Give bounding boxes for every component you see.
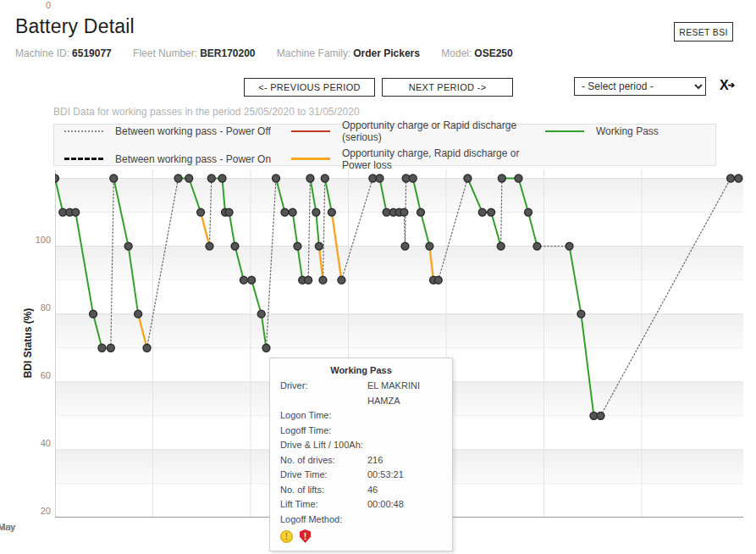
x-tick-label: 31 May	[0, 522, 15, 532]
legend-item-power-on: Between working pass - Power On	[64, 147, 291, 171]
tooltip-row-logon-time: Logon Time:	[280, 408, 442, 424]
tooltip-row-logoff-method: Logoff Method:	[280, 512, 442, 528]
reset-bsi-button[interactable]: RESET BSI	[674, 22, 733, 42]
legend-item-serious: Opportunity charge or Rapid discharge (s…	[291, 119, 545, 143]
tooltip-title: Working Pass	[280, 365, 442, 375]
y-tick-label: 20	[29, 506, 51, 516]
y-tick-label: 40	[29, 438, 51, 448]
model: Model:OSE250	[441, 47, 512, 59]
fleet-number: Fleet Number:BER170200	[133, 47, 255, 59]
previous-period-button[interactable]: <- PREVIOUS PERIOD	[244, 78, 375, 97]
battery-detail-page: Battery Detail RESET BSI Machine ID:6519…	[0, 0, 756, 554]
dotted-line-swatch-icon	[64, 130, 103, 132]
period-select[interactable]: - Select period -	[574, 77, 706, 96]
tooltip-row-drive-lift: Drive & Lift / 100Ah:	[280, 438, 442, 453]
warning-coin-icon: !	[280, 530, 293, 543]
tooltip-row-driver: Driver:EL MAKRINI HAMZA	[280, 379, 442, 408]
machine-id: Machine ID:6519077	[15, 47, 112, 59]
tooltip-row-logoff-time: Logoff Time:	[280, 424, 442, 439]
y-tick-label: 80	[29, 302, 51, 313]
chart-title: BDI Data for working passes in the perio…	[53, 106, 360, 118]
legend-item-opportunity: Opportunity charge, Rapid discharge or P…	[291, 147, 545, 171]
working-pass-tooltip: Working Pass Driver:EL MAKRINI HAMZA Log…	[269, 357, 453, 551]
page-title: Battery Detail	[15, 15, 135, 38]
tooltip-row-no-of-drives: No. of drives:216	[280, 453, 442, 468]
chart-legend: Between working pass - Power Off Opportu…	[53, 124, 716, 166]
tooltip-row-drive-time: Drive Time:00:53:21	[280, 468, 442, 483]
logoff-method-icons: ! !	[280, 529, 442, 544]
green-line-swatch-icon	[545, 130, 584, 132]
orange-line-swatch-icon	[291, 158, 330, 160]
excel-export-icon[interactable]: X➔	[720, 78, 735, 93]
export-arrow-icon: ➔	[728, 80, 735, 90]
y-tick-label: 100	[29, 235, 51, 245]
machine-meta-row: Machine ID:6519077 Fleet Number:BER17020…	[15, 47, 532, 59]
dashed-line-swatch-icon	[64, 158, 103, 160]
y-tick-label: 0	[29, 0, 51, 10]
legend-item-power-off: Between working pass - Power Off	[64, 119, 291, 143]
alert-shield-icon: !	[300, 529, 311, 543]
legend-item-working-pass: Working Pass	[545, 119, 707, 143]
tooltip-row-no-of-lifts: No. of lifts:46	[280, 483, 442, 498]
tooltip-row-lift-time: Lift Time:00:00:48	[280, 497, 442, 512]
machine-family: Machine Family:Order Pickers	[277, 47, 420, 59]
y-tick-label: 60	[29, 370, 51, 380]
red-line-swatch-icon	[291, 130, 330, 132]
next-period-button[interactable]: NEXT PERIOD ->	[382, 78, 513, 97]
